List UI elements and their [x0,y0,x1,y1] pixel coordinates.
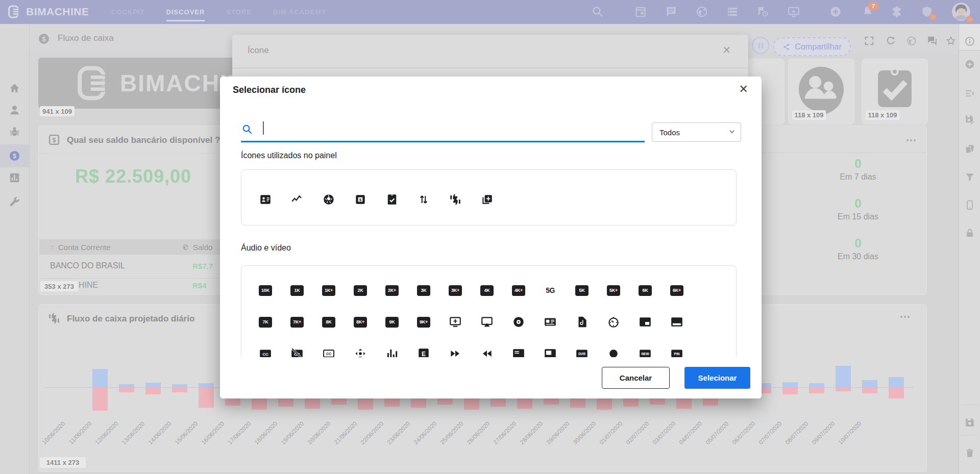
sidebar-item-bar-chart[interactable] [8,171,21,184]
icon-av-timer[interactable] [607,315,620,329]
security-icon[interactable] [920,5,934,18]
avatar-icon[interactable] [952,3,970,21]
swap-vert-icon[interactable] [417,193,430,206]
nav-item-discover[interactable]: DISCOVER [166,0,205,24]
airplay-icon [480,315,494,329]
text-cursor [263,121,264,135]
icon-2k+[interactable]: 2K+ [385,284,399,297]
icon-airplay[interactable] [480,315,494,329]
icon-5k+[interactable]: 5K+ [607,284,620,297]
icon-search-input[interactable] [267,120,626,137]
add-to-photos-icon[interactable] [480,193,494,206]
icon-9k[interactable]: 9K [385,315,399,329]
notification-badge: 7 [868,2,879,11]
refresh-icon[interactable] [885,35,896,46]
storage-icon[interactable] [726,5,739,18]
column-saldo[interactable]: Saldo [182,243,212,252]
icon-4k[interactable]: 4K [480,284,494,297]
image-size-badge: 941 x 109 [40,106,75,116]
icon-add-to-queue[interactable] [449,315,462,329]
screen-share-icon[interactable] [787,5,800,18]
icon-7k[interactable]: 7K [259,315,272,329]
close-icon[interactable]: ✕ [739,83,748,96]
sidebar-item-home[interactable] [8,82,21,94]
sidebar-item-bug[interactable] [8,126,21,138]
icon-call-to-action[interactable] [670,315,683,329]
more-options-icon[interactable] [899,311,911,323]
icon-1k+[interactable]: 1K+ [322,284,335,297]
calendar-icon[interactable] [634,5,647,18]
rsb-item-phone[interactable] [964,199,975,211]
rsb-item-copy-cards[interactable] [964,143,975,155]
badge-person-icon[interactable] [259,193,272,206]
soccer-ball-icon[interactable] [322,193,335,206]
rsb-item-filter[interactable] [964,171,975,183]
bimachine-logo-icon [75,64,113,102]
trending-line-icon[interactable] [290,193,304,206]
rsb-item-trash[interactable] [964,447,975,459]
notifications-icon[interactable]: 7 [861,5,874,18]
currency-document-icon[interactable]: $ [354,193,367,206]
icon-4k+[interactable]: 4K+ [512,284,525,297]
task-check-icon[interactable] [385,193,399,206]
nav-item-cockpit[interactable]: COCKPIT [111,0,145,24]
category-select[interactable]: Todos [652,123,741,141]
icon-7k+[interactable]: 7K+ [290,315,304,329]
close-icon[interactable]: ✕ [722,44,731,56]
icon-branding-watermark[interactable] [639,315,652,329]
fullscreen-icon[interactable] [864,35,875,46]
chat-icon[interactable] [665,5,678,18]
add-circle-icon[interactable] [829,5,842,18]
nav-item-bim-academy[interactable]: BIM ACADEMY [273,0,326,24]
pause-presentation-button[interactable] [752,37,769,54]
svg-text:CC: CC [326,352,332,356]
sidebar-item-dollar[interactable]: $ [8,149,21,162]
sidebar-item-person[interactable] [8,104,21,116]
icon-1k[interactable]: 1K [290,284,304,297]
icon-2k[interactable]: 2K [354,284,367,297]
search-icon[interactable] [591,5,604,18]
icon-audio-file[interactable] [575,315,589,329]
thumbs-up-down-icon[interactable] [449,193,462,206]
section-audio-video-label: Áudio e vídeo [241,243,291,253]
icon-5k[interactable]: 5K [575,284,589,297]
globe-icon[interactable] [906,35,917,46]
icon-3k+[interactable]: 3K+ [449,284,462,297]
globe-icon[interactable] [695,5,708,18]
share-button[interactable]: Compartilhar [773,37,851,56]
icon-art-track[interactable] [544,315,557,329]
rsb-item-collapse-menu[interactable] [964,88,975,99]
more-options-icon[interactable] [905,134,917,146]
sidebar-item-wrench[interactable] [8,195,21,208]
icon-6k+[interactable]: 6K+ [670,284,683,297]
column-conta-corrente[interactable]: Conta Corrente [58,243,111,252]
icon-album[interactable] [512,315,525,329]
icon-8k[interactable]: 8K [322,315,335,329]
rsb-item-lock[interactable] [964,228,975,239]
category-filter[interactable]: Todos [652,122,741,142]
select-icon-modal: Selecionar ícone ✕ Todos Ícones utilizad… [220,77,762,398]
cancel-button[interactable]: Cancelar [602,367,670,389]
rsb-item-info[interactable] [964,36,975,47]
forum-icon[interactable] [926,35,938,46]
extension-icon[interactable] [890,5,903,18]
rsb-item-add-circle[interactable] [964,59,975,70]
select-button[interactable]: Selecionar [684,367,750,389]
icon-8k+[interactable]: 8K+ [354,315,367,329]
icon-9k+[interactable]: 9K+ [417,315,430,329]
icon-10k[interactable]: 10K [259,284,272,297]
sports-people-icon [794,62,848,116]
star-icon[interactable] [945,35,957,46]
pending-history-icon[interactable] [756,5,770,18]
icon-5g[interactable]: 5G [544,284,557,297]
icon-6k[interactable]: 6K [639,284,652,297]
app-logo[interactable]: BIMACHINE [7,5,89,19]
sort-arrow-icon[interactable]: ↑ [51,243,54,251]
rsb-item-save[interactable] [964,417,975,428]
bar-negative [889,387,904,398]
rsb-item-save-edit[interactable] [964,114,975,125]
chart-size-badge: 1411 x 273 [40,457,86,468]
icon-3k[interactable]: 3K [417,284,430,297]
bar-positive [782,382,798,387]
nav-item-store[interactable]: STORE [226,0,252,24]
